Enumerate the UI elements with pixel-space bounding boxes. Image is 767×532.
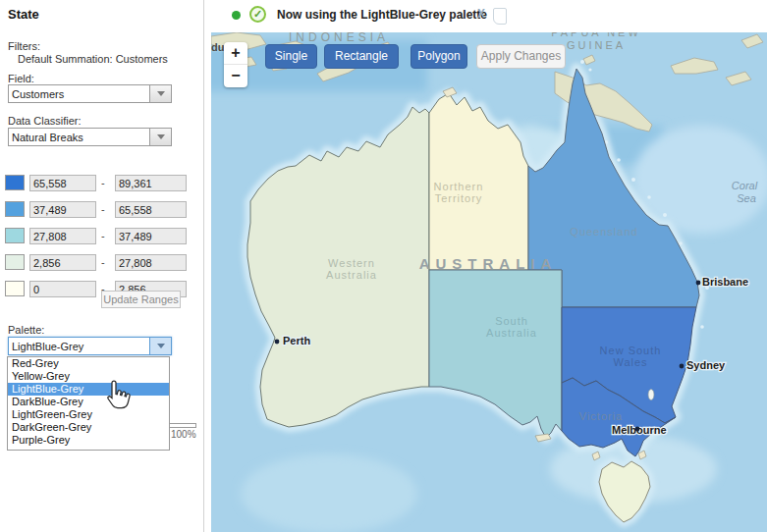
label-png-line2: GUINEA <box>567 39 626 51</box>
label-sa-line2: Australia <box>486 327 537 339</box>
range-color-swatch <box>5 228 25 243</box>
zoom-out-button[interactable]: − <box>224 65 247 87</box>
brisbane-marker <box>696 281 701 286</box>
status-dot-icon <box>232 11 241 20</box>
single-select-button[interactable]: Single <box>265 44 317 69</box>
range-color-swatch <box>5 281 25 296</box>
apply-changes-button[interactable]: Apply Changes <box>476 44 566 69</box>
notification-message: Now using the LightBlue-Grey palette <box>277 8 487 22</box>
notification-bar: ✓ Now using the LightBlue-Grey palette X <box>205 0 767 32</box>
label-sydney: Sydney <box>686 359 726 371</box>
label-brisbane: Brisbane <box>702 276 748 288</box>
map-canvas[interactable]: INDONESIA PAPUA NEW GUINEA AUSTRALIA Cor… <box>211 32 767 532</box>
chevron-down-icon <box>157 134 165 139</box>
range-color-swatch <box>5 201 25 217</box>
range-dash: - <box>101 177 105 188</box>
field-dropdown-button[interactable] <box>149 85 171 102</box>
range-dash: - <box>101 230 105 241</box>
label-australia: AUSTRALIA <box>419 255 558 272</box>
perth-marker <box>275 340 280 345</box>
range-from-input[interactable] <box>29 228 96 244</box>
opacity-value: 100% <box>171 429 196 440</box>
hand-pointer-icon <box>108 381 130 408</box>
map-svg: INDONESIA PAPUA NEW GUINEA AUSTRALIA Cor… <box>211 32 767 532</box>
label-coral-sea-line2: Sea <box>737 192 756 204</box>
melbourne-marker <box>635 427 640 432</box>
range-to-input[interactable] <box>115 254 187 271</box>
rectangle-select-button[interactable]: Rectangle <box>324 44 399 69</box>
label-coral-sea-line1: Coral <box>732 180 758 191</box>
label-wa-line1: Western <box>328 257 375 269</box>
range-color-swatch <box>5 175 25 190</box>
range-from-input[interactable] <box>29 201 96 218</box>
sidebar-panel: State Filters: Default Summation: Custom… <box>0 0 204 532</box>
palette-option-selected[interactable]: LightBlue-Grey <box>8 383 169 396</box>
label-nt-line1: Northern <box>434 181 484 192</box>
field-combobox[interactable] <box>8 84 172 103</box>
range-dash: - <box>101 203 105 215</box>
label-png-line1: PAPUA NEW <box>551 32 641 38</box>
palette-dropdown-button[interactable] <box>149 338 171 354</box>
label-wa-line2: Australia <box>326 269 377 281</box>
partial-city-label: du <box>211 41 224 53</box>
label-vic: Victoria <box>579 410 623 422</box>
range-color-swatch <box>5 254 25 270</box>
palette-option-list: Red-Grey Yellow-Grey LightBlue-Grey Dark… <box>7 356 170 451</box>
app-window: State Filters: Default Summation: Custom… <box>0 0 767 532</box>
panel-title: State <box>8 7 39 22</box>
label-qld: Queensland <box>570 226 637 238</box>
palette-option[interactable]: DarkBlue-Grey <box>8 396 169 408</box>
range-to-input[interactable] <box>115 175 187 191</box>
classifier-label: Data Classifier: <box>8 115 82 127</box>
map-zoom-control: + − <box>224 42 247 87</box>
zoom-in-button[interactable]: + <box>224 42 247 65</box>
range-to-input[interactable] <box>115 201 187 218</box>
act-region <box>648 390 654 400</box>
palette-option[interactable]: Red-Grey <box>8 357 169 370</box>
range-from-input[interactable] <box>29 281 96 297</box>
classifier-dropdown-button[interactable] <box>149 129 171 145</box>
label-sa-line1: South <box>495 315 528 327</box>
update-ranges-button[interactable]: Update Ranges <box>101 291 181 308</box>
close-icon[interactable]: X <box>477 7 485 21</box>
shallow-water-patch <box>241 454 417 532</box>
classifier-combobox[interactable] <box>8 128 172 146</box>
label-nsw-line2: Wales <box>613 356 647 368</box>
palette-option[interactable]: DarkGreen-Grey <box>8 421 169 434</box>
polygon-select-button[interactable]: Polygon <box>411 44 467 69</box>
range-from-input[interactable] <box>29 254 96 271</box>
success-check-icon: ✓ <box>249 6 266 23</box>
label-nsw-line1: New South <box>600 345 662 356</box>
palette-option[interactable]: Yellow-Grey <box>8 370 169 383</box>
range-from-input[interactable] <box>29 175 96 191</box>
classifier-input[interactable] <box>9 129 149 145</box>
field-input[interactable] <box>9 85 149 102</box>
palette-label: Palette: <box>8 324 44 336</box>
filters-label: Filters: <box>8 40 40 52</box>
range-dash: - <box>101 256 105 268</box>
sydney-marker <box>680 364 685 369</box>
palette-input[interactable] <box>9 338 149 354</box>
label-nt-line2: Territory <box>435 192 483 204</box>
label-indonesia: INDONESIA <box>289 32 389 44</box>
palette-combobox[interactable] <box>8 337 172 355</box>
chevron-down-icon <box>157 344 165 348</box>
palette-option[interactable]: LightGreen-Grey <box>8 408 169 421</box>
label-perth: Perth <box>283 335 310 346</box>
field-label: Field: <box>8 73 34 84</box>
state-south-australia[interactable] <box>429 270 562 438</box>
chevron-down-icon <box>157 91 165 96</box>
mouse-cursor-icon <box>104 379 134 412</box>
range-to-input[interactable] <box>115 228 187 244</box>
filters-value: Default Summation: Customers <box>18 53 168 65</box>
palette-option[interactable]: Purple-Grey <box>8 434 169 447</box>
ghost-cursor-icon <box>493 8 507 25</box>
